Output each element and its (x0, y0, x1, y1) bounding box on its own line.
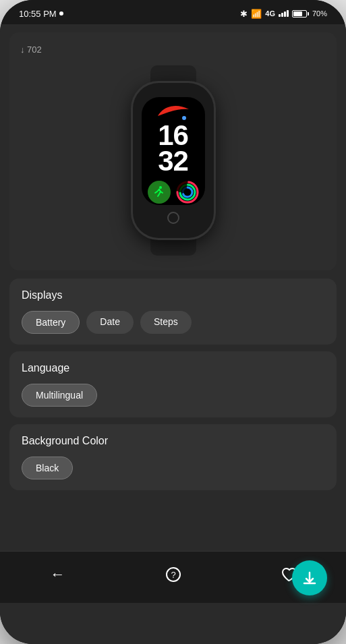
rings-svg (176, 181, 199, 204)
background-color-section: Background Color Black (9, 424, 337, 490)
color-chips: Black (22, 457, 324, 479)
band-bottom (150, 237, 196, 256)
bluetooth-icon: ✱ (240, 9, 248, 19)
status-icons: ✱ 📶 4G 70% (240, 9, 327, 19)
4g-icon: 4G (265, 9, 275, 18)
download-fab[interactable] (292, 560, 327, 595)
download-count: ↓ 702 (20, 45, 326, 55)
svg-text:?: ? (171, 570, 175, 580)
activity-rings-icon (176, 181, 199, 204)
signal-icon (279, 10, 289, 17)
time-minutes: 32 (158, 147, 188, 175)
help-icon: ? (165, 566, 181, 583)
watch-body: 16 32 (133, 83, 214, 238)
displays-chips: Battery Date Steps (22, 311, 324, 334)
displays-title: Displays (22, 289, 324, 301)
date-chip[interactable]: Date (86, 311, 134, 334)
wifi-icon: 📶 (251, 9, 262, 19)
status-time: 10:55 PM (19, 9, 63, 19)
status-dot (59, 11, 63, 16)
back-button[interactable]: ← (43, 560, 73, 589)
language-section: Language Multilingual (9, 351, 337, 417)
background-color-title: Background Color (22, 435, 324, 447)
multilingual-chip[interactable]: Multilingual (22, 384, 97, 407)
blue-dot (182, 116, 186, 120)
black-chip[interactable]: Black (22, 457, 73, 479)
svg-point-0 (159, 186, 162, 189)
time-text: 10:55 PM (19, 9, 57, 19)
watch-band: 16 32 (133, 65, 214, 256)
phone-frame: 10:55 PM ✱ 📶 4G (0, 0, 346, 644)
time-display: 16 32 (158, 121, 188, 175)
main-content: ↓ 702 (0, 24, 346, 644)
help-button[interactable]: ? (158, 560, 188, 589)
watch-container: 16 32 (20, 65, 326, 256)
steps-chip[interactable]: Steps (140, 311, 192, 334)
band-top (150, 65, 196, 84)
battery-chip[interactable]: Battery (22, 311, 80, 334)
download-fab-icon (301, 570, 318, 586)
status-bar: 10:55 PM ✱ 📶 4G (0, 0, 346, 24)
run-icon (148, 181, 171, 204)
battery-percent: 70% (312, 9, 327, 18)
displays-section: Displays Battery Date Steps (9, 279, 337, 345)
runner-svg (152, 185, 166, 199)
watch-preview: ↓ 702 (9, 32, 337, 270)
watch-icons-row (148, 181, 199, 204)
battery-icon (292, 10, 309, 18)
watch-screen: 16 32 (142, 97, 205, 205)
language-chips: Multilingual (22, 384, 324, 407)
language-title: Language (22, 362, 324, 374)
phone-screen: 10:55 PM ✱ 📶 4G (0, 0, 346, 644)
watch-button (167, 212, 179, 224)
